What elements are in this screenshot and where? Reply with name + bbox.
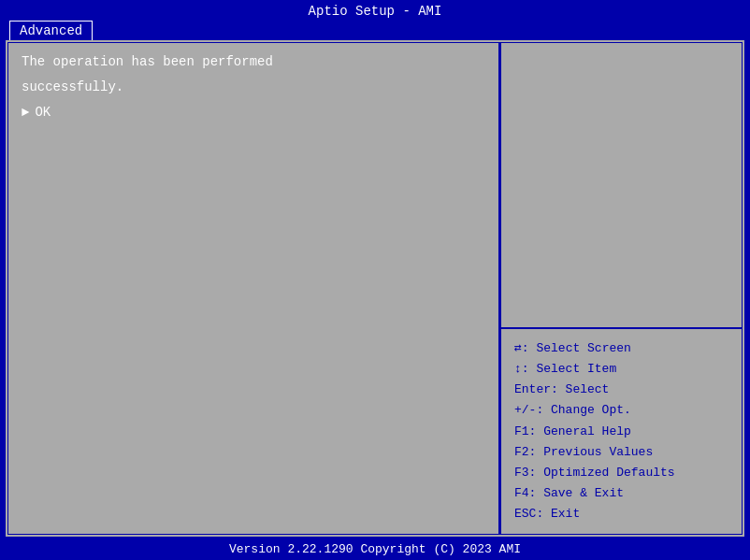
footer-text: Version 2.22.1290 Copyright (C) 2023 AMI: [229, 542, 521, 556]
footer: Version 2.22.1290 Copyright (C) 2023 AMI: [0, 538, 750, 560]
right-panel: ⇄: Select Screen ↕: Select Item Enter: S…: [499, 42, 743, 535]
help-line-2: Enter: Select: [514, 380, 728, 400]
right-top-empty: [501, 43, 742, 329]
help-line-3: +/-: Change Opt.: [514, 400, 728, 421]
help-line-6: F3: Optimized Defaults: [514, 463, 728, 483]
help-line-1: ↕: Select Item: [514, 359, 728, 380]
app-title: Aptio Setup - AMI: [309, 4, 442, 19]
tab-advanced[interactable]: Advanced: [9, 21, 93, 40]
help-line-0: ⇄: Select Screen: [514, 338, 728, 359]
tab-advanced-label: Advanced: [20, 23, 82, 38]
left-panel: The operation has been performed success…: [7, 42, 499, 535]
tab-row: Advanced: [0, 21, 750, 40]
message-line2: successfully.: [22, 78, 485, 97]
ok-arrow: ►: [22, 105, 29, 120]
help-line-5: F2: Previous Values: [514, 442, 728, 463]
help-line-4: F1: General Help: [514, 422, 728, 442]
message-line1: The operation has been performed: [22, 52, 485, 72]
help-line-7: F4: Save & Exit: [514, 483, 728, 504]
help-section: ⇄: Select Screen ↕: Select Item Enter: S…: [501, 329, 742, 534]
help-line-8: ESC: Exit: [514, 504, 728, 524]
ok-label: OK: [35, 105, 50, 120]
app: Aptio Setup - AMI Advanced The operation…: [0, 0, 750, 560]
ok-button[interactable]: ► OK: [22, 105, 485, 120]
title-bar: Aptio Setup - AMI: [0, 0, 750, 21]
